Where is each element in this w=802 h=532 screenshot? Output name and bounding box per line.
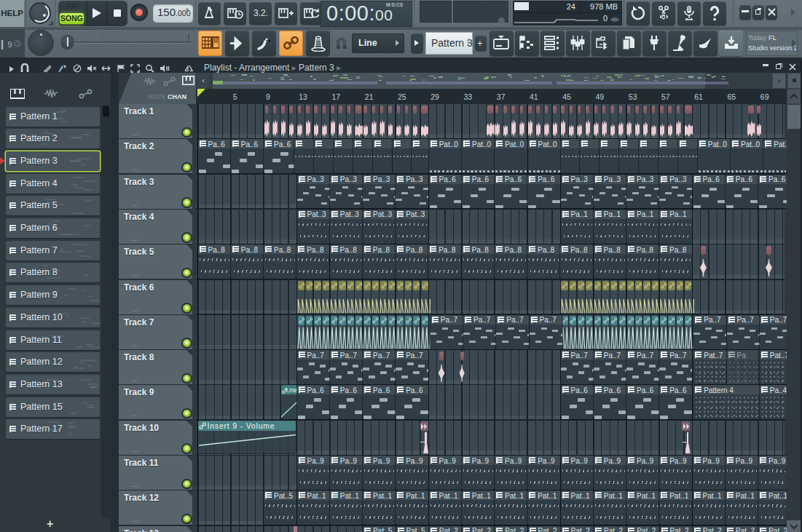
svg-text:3.2.: 3.2. <box>253 8 268 18</box>
